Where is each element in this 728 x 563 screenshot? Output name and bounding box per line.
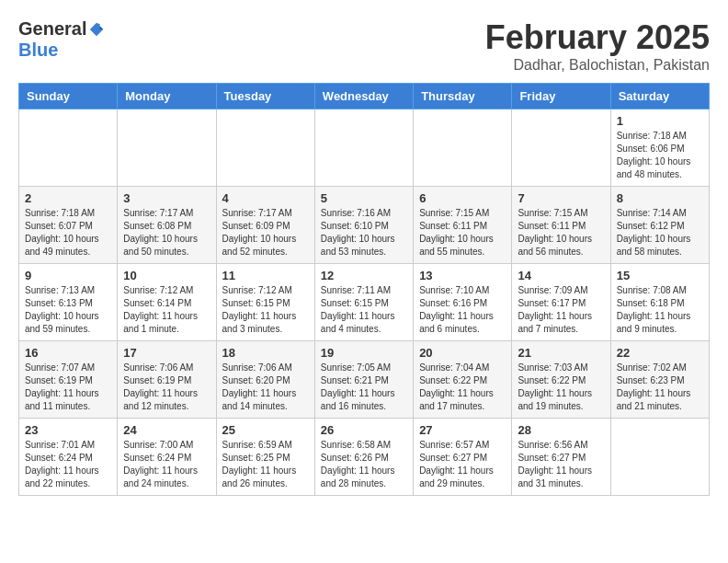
month-title: February 2025 xyxy=(485,18,710,57)
day-number: 26 xyxy=(321,423,407,437)
day-number: 17 xyxy=(123,346,210,360)
calendar-cell: 11Sunrise: 7:12 AM Sunset: 6:15 PM Dayli… xyxy=(216,264,314,341)
calendar-cell: 22Sunrise: 7:02 AM Sunset: 6:23 PM Dayli… xyxy=(610,341,709,419)
calendar-cell: 25Sunrise: 6:59 AM Sunset: 6:25 PM Dayli… xyxy=(216,419,314,496)
calendar-weekday-friday: Friday xyxy=(512,84,610,109)
calendar-cell: 8Sunrise: 7:14 AM Sunset: 6:12 PM Daylig… xyxy=(610,187,709,264)
calendar-cell: 12Sunrise: 7:11 AM Sunset: 6:15 PM Dayli… xyxy=(314,264,413,341)
calendar-weekday-sunday: Sunday xyxy=(19,84,118,109)
calendar-cell xyxy=(610,419,709,496)
calendar-week-row: 1Sunrise: 7:18 AM Sunset: 6:06 PM Daylig… xyxy=(19,109,710,187)
logo-general-text: General xyxy=(18,18,86,40)
day-info: Sunrise: 7:06 AM Sunset: 6:20 PM Dayligh… xyxy=(222,362,309,413)
calendar-week-row: 23Sunrise: 7:01 AM Sunset: 6:24 PM Dayli… xyxy=(19,419,710,496)
calendar-cell: 4Sunrise: 7:17 AM Sunset: 6:09 PM Daylig… xyxy=(216,187,314,264)
calendar-cell: 14Sunrise: 7:09 AM Sunset: 6:17 PM Dayli… xyxy=(512,264,610,341)
calendar-cell xyxy=(314,109,413,187)
day-number: 11 xyxy=(222,269,309,282)
calendar-week-row: 9Sunrise: 7:13 AM Sunset: 6:13 PM Daylig… xyxy=(19,264,710,341)
day-info: Sunrise: 7:14 AM Sunset: 6:12 PM Dayligh… xyxy=(617,207,703,259)
calendar-cell: 9Sunrise: 7:13 AM Sunset: 6:13 PM Daylig… xyxy=(19,264,118,341)
logo: General Blue xyxy=(18,18,105,61)
calendar-cell: 3Sunrise: 7:17 AM Sunset: 6:08 PM Daylig… xyxy=(118,187,216,264)
calendar-weekday-saturday: Saturday xyxy=(610,84,709,109)
day-info: Sunrise: 6:57 AM Sunset: 6:27 PM Dayligh… xyxy=(419,439,506,490)
day-info: Sunrise: 7:01 AM Sunset: 6:24 PM Dayligh… xyxy=(25,439,111,490)
calendar-cell: 13Sunrise: 7:10 AM Sunset: 6:16 PM Dayli… xyxy=(414,264,512,341)
calendar-cell: 5Sunrise: 7:16 AM Sunset: 6:10 PM Daylig… xyxy=(314,187,413,264)
day-info: Sunrise: 6:58 AM Sunset: 6:26 PM Dayligh… xyxy=(321,439,407,490)
day-number: 28 xyxy=(518,423,604,437)
day-info: Sunrise: 7:02 AM Sunset: 6:23 PM Dayligh… xyxy=(617,362,703,413)
calendar-cell xyxy=(512,109,610,187)
calendar-table: SundayMondayTuesdayWednesdayThursdayFrid… xyxy=(18,83,710,496)
day-info: Sunrise: 7:06 AM Sunset: 6:19 PM Dayligh… xyxy=(123,362,210,413)
calendar-cell: 7Sunrise: 7:15 AM Sunset: 6:11 PM Daylig… xyxy=(512,187,610,264)
calendar-cell: 19Sunrise: 7:05 AM Sunset: 6:21 PM Dayli… xyxy=(314,341,413,419)
calendar-cell: 15Sunrise: 7:08 AM Sunset: 6:18 PM Dayli… xyxy=(610,264,709,341)
calendar-cell: 18Sunrise: 7:06 AM Sunset: 6:20 PM Dayli… xyxy=(216,341,314,419)
day-info: Sunrise: 7:17 AM Sunset: 6:09 PM Dayligh… xyxy=(222,207,309,259)
day-number: 15 xyxy=(617,269,703,282)
calendar-cell: 20Sunrise: 7:04 AM Sunset: 6:22 PM Dayli… xyxy=(414,341,512,419)
day-info: Sunrise: 7:12 AM Sunset: 6:14 PM Dayligh… xyxy=(123,284,210,336)
day-info: Sunrise: 6:56 AM Sunset: 6:27 PM Dayligh… xyxy=(518,439,604,490)
calendar-cell xyxy=(19,109,118,187)
day-info: Sunrise: 7:16 AM Sunset: 6:10 PM Dayligh… xyxy=(321,207,407,259)
day-number: 1 xyxy=(617,114,703,128)
logo-blue-text: Blue xyxy=(18,40,58,60)
day-number: 19 xyxy=(321,346,407,360)
calendar-cell: 28Sunrise: 6:56 AM Sunset: 6:27 PM Dayli… xyxy=(512,419,610,496)
day-number: 23 xyxy=(25,423,111,437)
calendar-weekday-monday: Monday xyxy=(118,84,216,109)
day-info: Sunrise: 7:10 AM Sunset: 6:16 PM Dayligh… xyxy=(419,284,506,336)
day-info: Sunrise: 7:08 AM Sunset: 6:18 PM Dayligh… xyxy=(617,284,703,336)
calendar-cell: 26Sunrise: 6:58 AM Sunset: 6:26 PM Dayli… xyxy=(314,419,413,496)
calendar-cell: 10Sunrise: 7:12 AM Sunset: 6:14 PM Dayli… xyxy=(118,264,216,341)
day-number: 7 xyxy=(518,191,604,205)
calendar-header-row: SundayMondayTuesdayWednesdayThursdayFrid… xyxy=(19,84,710,109)
calendar-weekday-tuesday: Tuesday xyxy=(216,84,314,109)
day-info: Sunrise: 7:11 AM Sunset: 6:15 PM Dayligh… xyxy=(321,284,407,336)
logo-icon xyxy=(88,21,105,38)
calendar-weekday-thursday: Thursday xyxy=(414,84,512,109)
day-number: 8 xyxy=(617,191,703,205)
day-number: 18 xyxy=(222,346,309,360)
day-info: Sunrise: 7:04 AM Sunset: 6:22 PM Dayligh… xyxy=(419,362,506,413)
day-info: Sunrise: 7:07 AM Sunset: 6:19 PM Dayligh… xyxy=(25,362,111,413)
day-number: 16 xyxy=(25,346,111,360)
day-number: 13 xyxy=(419,269,506,282)
day-info: Sunrise: 7:15 AM Sunset: 6:11 PM Dayligh… xyxy=(518,207,604,259)
page-header: General Blue February 2025 Dadhar, Baloc… xyxy=(18,18,710,74)
calendar-cell: 21Sunrise: 7:03 AM Sunset: 6:22 PM Dayli… xyxy=(512,341,610,419)
day-number: 25 xyxy=(222,423,309,437)
day-number: 9 xyxy=(25,269,111,282)
calendar-cell: 23Sunrise: 7:01 AM Sunset: 6:24 PM Dayli… xyxy=(19,419,118,496)
day-number: 24 xyxy=(123,423,210,437)
calendar-cell: 27Sunrise: 6:57 AM Sunset: 6:27 PM Dayli… xyxy=(414,419,512,496)
day-number: 12 xyxy=(321,269,407,282)
day-number: 6 xyxy=(419,191,506,205)
day-info: Sunrise: 6:59 AM Sunset: 6:25 PM Dayligh… xyxy=(222,439,309,490)
day-info: Sunrise: 7:09 AM Sunset: 6:17 PM Dayligh… xyxy=(518,284,604,336)
day-number: 10 xyxy=(123,269,210,282)
calendar-cell: 6Sunrise: 7:15 AM Sunset: 6:11 PM Daylig… xyxy=(414,187,512,264)
day-number: 20 xyxy=(419,346,506,360)
day-number: 3 xyxy=(123,191,210,205)
day-number: 2 xyxy=(25,191,111,205)
calendar-cell: 1Sunrise: 7:18 AM Sunset: 6:06 PM Daylig… xyxy=(610,109,709,187)
calendar-cell xyxy=(414,109,512,187)
calendar-cell: 17Sunrise: 7:06 AM Sunset: 6:19 PM Dayli… xyxy=(118,341,216,419)
day-number: 21 xyxy=(518,346,604,360)
title-block: February 2025 Dadhar, Balochistan, Pakis… xyxy=(485,18,710,74)
day-info: Sunrise: 7:00 AM Sunset: 6:24 PM Dayligh… xyxy=(123,439,210,490)
calendar-cell: 24Sunrise: 7:00 AM Sunset: 6:24 PM Dayli… xyxy=(118,419,216,496)
day-info: Sunrise: 7:05 AM Sunset: 6:21 PM Dayligh… xyxy=(321,362,407,413)
day-info: Sunrise: 7:12 AM Sunset: 6:15 PM Dayligh… xyxy=(222,284,309,336)
day-info: Sunrise: 7:15 AM Sunset: 6:11 PM Dayligh… xyxy=(419,207,506,259)
calendar-cell: 2Sunrise: 7:18 AM Sunset: 6:07 PM Daylig… xyxy=(19,187,118,264)
day-number: 14 xyxy=(518,269,604,282)
day-number: 27 xyxy=(419,423,506,437)
day-number: 5 xyxy=(321,191,407,205)
calendar-week-row: 2Sunrise: 7:18 AM Sunset: 6:07 PM Daylig… xyxy=(19,187,710,264)
